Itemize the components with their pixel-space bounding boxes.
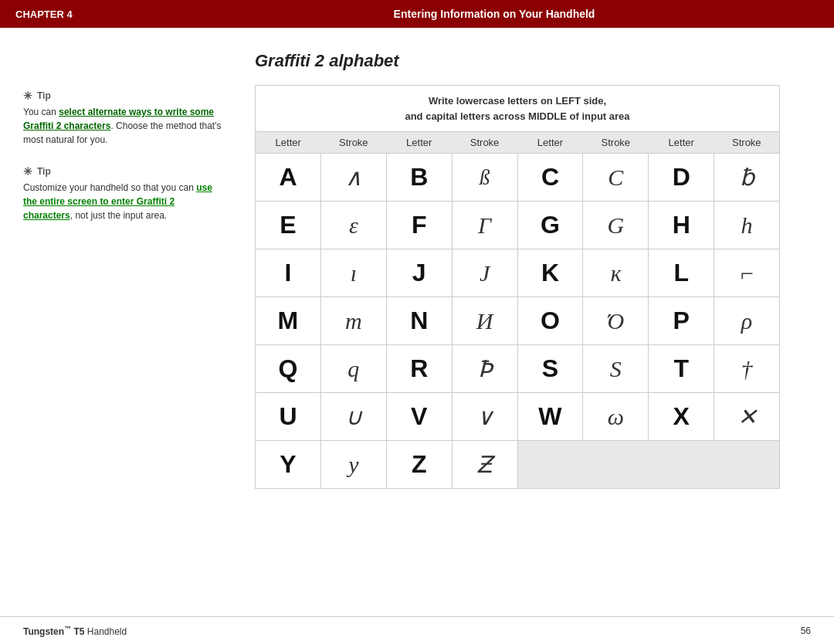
letter-H: H [649, 202, 714, 249]
letter-W: W [517, 393, 583, 441]
letter-T: T [649, 345, 714, 393]
table-row: Q q R Ꝥ S S T † [256, 345, 780, 393]
page-header: CHAPTER 4 Entering Information on Your H… [0, 0, 834, 28]
stroke-O: Ό [583, 297, 649, 345]
empty-1 [517, 441, 583, 489]
table-intro-row: Write lowercase letters on LEFT side,and… [256, 86, 780, 132]
tip-1-text: You can select alternate ways to write s… [23, 105, 224, 147]
tip-2-text: Customize your handheld so that you can … [23, 181, 224, 222]
col-stroke-4: Stroke [714, 132, 780, 154]
tip-2-link[interactable]: use the entire screen to enter Graffiti … [23, 182, 212, 221]
stroke-A: ∧ [320, 154, 386, 202]
alphabet-table: Write lowercase letters on LEFT side,and… [255, 85, 780, 489]
letter-F: F [386, 202, 452, 249]
stroke-E: ε [320, 202, 386, 249]
letter-L: L [649, 249, 714, 297]
letter-G: G [517, 202, 583, 249]
table-row: A ∧ B ß C C D ƀ [256, 154, 780, 202]
page-footer: Tungsten™ T5 Handheld 56 [0, 616, 834, 644]
tip-1: ✳ Tip You can select alternate ways to w… [23, 90, 224, 147]
main-content: Graffiti 2 alphabet Write lowercase lett… [239, 43, 834, 616]
stroke-V: ∨ [452, 393, 517, 441]
letter-A: A [256, 154, 321, 202]
stroke-I: ı [320, 249, 386, 297]
table-row: U ∪ V ∨ W ω X ✕ [256, 393, 780, 441]
col-letter-2: Letter [386, 132, 452, 154]
stroke-N: И [452, 297, 517, 345]
stroke-Z: Ƶ [452, 441, 517, 489]
tip-2-label: Tip [37, 166, 51, 177]
tip-star-2-icon: ✳ [23, 165, 32, 178]
stroke-S: S [583, 345, 649, 393]
section-title: Graffiti 2 alphabet [255, 51, 811, 71]
tip-2-header: ✳ Tip [23, 165, 224, 178]
letter-R: R [386, 345, 452, 393]
letter-U: U [256, 393, 321, 441]
stroke-P: ρ [714, 297, 780, 345]
empty-3 [649, 441, 714, 489]
tip-2: ✳ Tip Customize your handheld so that yo… [23, 165, 224, 222]
chapter-label: CHAPTER 4 [15, 8, 170, 20]
col-letter-4: Letter [649, 132, 714, 154]
stroke-J: J [452, 249, 517, 297]
chapter-title: Entering Information on Your Handheld [170, 8, 819, 20]
col-stroke-3: Stroke [583, 132, 649, 154]
empty-4 [714, 441, 780, 489]
letter-Z: Z [386, 441, 452, 489]
stroke-X: ✕ [714, 393, 780, 441]
stroke-G: G [583, 202, 649, 249]
stroke-K: ĸ [583, 249, 649, 297]
stroke-Q: q [320, 345, 386, 393]
letter-M: M [256, 297, 321, 345]
letter-E: E [256, 202, 321, 249]
col-header-row: Letter Stroke Letter Stroke Letter Strok… [256, 132, 780, 154]
footer-page-number: 56 [801, 625, 811, 636]
stroke-C: C [583, 154, 649, 202]
letter-V: V [386, 393, 452, 441]
stroke-U: ∪ [320, 393, 386, 441]
letter-J: J [386, 249, 452, 297]
stroke-M: m [320, 297, 386, 345]
tip-star-icon: ✳ [23, 90, 32, 102]
col-stroke-2: Stroke [452, 132, 517, 154]
letter-I: I [256, 249, 321, 297]
letter-C: C [517, 154, 583, 202]
tip-1-header: ✳ Tip [23, 90, 224, 102]
stroke-W: ω [583, 393, 649, 441]
stroke-Y: y [320, 441, 386, 489]
letter-B: B [386, 154, 452, 202]
stroke-B: ß [452, 154, 517, 202]
table-intro-text: Write lowercase letters on LEFT side,and… [256, 86, 780, 132]
table-row: I ı J J K ĸ L ⌐ [256, 249, 780, 297]
stroke-F: Γ [452, 202, 517, 249]
col-letter-3: Letter [517, 132, 583, 154]
sidebar: ✳ Tip You can select alternate ways to w… [0, 43, 239, 616]
letter-P: P [649, 297, 714, 345]
col-stroke-1: Stroke [320, 132, 386, 154]
tip-1-link[interactable]: select alternate ways to write some Graf… [23, 107, 214, 131]
footer-brand: Tungsten™ T5 Handheld [23, 625, 127, 637]
letter-X: X [649, 393, 714, 441]
table-row: Y y Z Ƶ [256, 441, 780, 489]
stroke-D: ƀ [714, 154, 780, 202]
letter-N: N [386, 297, 452, 345]
letter-Y: Y [256, 441, 321, 489]
col-letter-1: Letter [256, 132, 321, 154]
stroke-L: ⌐ [714, 249, 780, 297]
stroke-T: † [714, 345, 780, 393]
table-row: E ε F Γ G G H h [256, 202, 780, 249]
empty-2 [583, 441, 649, 489]
letter-S: S [517, 345, 583, 393]
table-row: M m N И O Ό P ρ [256, 297, 780, 345]
letter-O: O [517, 297, 583, 345]
letter-K: K [517, 249, 583, 297]
letter-Q: Q [256, 345, 321, 393]
stroke-H: h [714, 202, 780, 249]
stroke-R: Ꝥ [452, 345, 517, 393]
tip-1-label: Tip [37, 90, 51, 101]
page-body: ✳ Tip You can select alternate ways to w… [0, 28, 834, 616]
letter-D: D [649, 154, 714, 202]
